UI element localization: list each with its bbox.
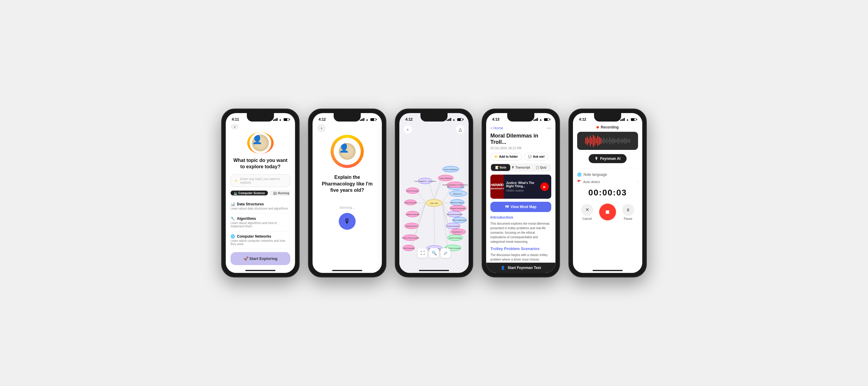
svg-text:Simply Questions to Think Abou: Simply Questions to Think About <box>442 184 468 186</box>
note-lang-label-5: 🌐 Note language <box>577 173 607 177</box>
view-mindmap-button-4[interactable]: 🗺 View Mind Map <box>490 202 551 212</box>
recording-label-5: Recording <box>601 125 618 129</box>
wifi-icon-4: ▲ <box>539 118 542 121</box>
flag-icon-5: 🚩 <box>577 180 581 184</box>
back-button-3[interactable]: ‹ <box>404 125 412 133</box>
mic-button-2[interactable]: 🎙 <box>339 213 355 230</box>
divider-5 <box>577 168 638 168</box>
svg-text:School Example: School Example <box>404 202 417 204</box>
person-icon-2: 👤 <box>339 143 349 153</box>
center-label: Topic Title <box>430 202 438 204</box>
home-indicator-1 <box>245 270 276 271</box>
doc-date-4: 23 Oct 2024, 06:21 PM <box>490 147 551 150</box>
back-button-1[interactable]: ‹ <box>230 124 239 130</box>
signal-bars-1 <box>273 118 278 121</box>
alert-button-3[interactable]: △ <box>456 125 464 133</box>
svg-line-39 <box>442 203 451 238</box>
svg-text:More Explanation: More Explanation <box>453 219 466 221</box>
star-icon-1: ✦ <box>235 179 238 183</box>
start-exploring-button[interactable]: 🚀 Start Exploring <box>230 252 290 265</box>
tab-transcript[interactable]: 🎙 Transcript <box>510 164 531 171</box>
topic-chip-cs[interactable]: 💻 Computer Science <box>230 190 268 196</box>
phone-5: 4:12 ▲ Recording <box>568 109 647 277</box>
topics-row-1: 💻 Computer Science 🏥 Nursing 📊 Busin... <box>230 190 290 196</box>
svg-text:Memory Helpers: Memory Helpers <box>451 202 464 204</box>
folder-icon: 📁 <box>494 155 498 158</box>
signal-bars-5 <box>620 118 625 121</box>
video-title-4: Justice: What's The Right Thing... <box>506 181 538 188</box>
cancel-button-5[interactable]: ✕ <box>581 204 593 216</box>
battery-icon-2 <box>370 118 376 121</box>
subject-desc-algo: Learn about algorithms and how to implem… <box>230 221 290 228</box>
svg-text:Advanced Examples: Advanced Examples <box>447 213 463 215</box>
status-time-1: 4:11 <box>232 117 239 121</box>
battery-icon-3 <box>457 118 463 121</box>
svg-text:Simple Introduction: Simple Introduction <box>451 207 466 209</box>
subject-item-algo[interactable]: 🔧 Algorithms Learn about algorithms and … <box>230 213 290 231</box>
auto-detect-row-5[interactable]: 🚩 Auto detect › <box>573 179 642 188</box>
note-lang-row-5: 🌐 Note language <box>573 173 642 177</box>
trolley-text-4: The discussion begins with a classic tro… <box>490 253 551 263</box>
pause-button-5[interactable]: ⏸ <box>622 204 634 216</box>
add-to-folder-button[interactable]: 📁 Add to folder <box>490 153 522 160</box>
cancel-label-5: Cancel <box>582 217 592 220</box>
person-icon-1: 👤 <box>252 135 262 144</box>
phone-notch-1 <box>247 113 274 121</box>
timer-display-5: 00:00:03 <box>573 188 642 198</box>
search-placeholder-1: Enter any topic you want to explore <box>240 177 286 184</box>
home-indicator-2 <box>332 270 362 271</box>
video-logo-4: HARVARD UNIVERSITY <box>490 175 504 199</box>
phone-2-screen: 4:12 ▲ ‹ <box>313 113 382 273</box>
signal-bars-4 <box>533 118 538 121</box>
svg-text:Laugh Medicine: Laugh Medicine <box>439 177 452 179</box>
feynman-test-button-4[interactable]: 👤 Start Feynman Test <box>501 266 541 270</box>
chevron-right-5: › <box>637 180 638 183</box>
phone-4: 4:13 ▲ < Home ⋯ <box>482 109 560 277</box>
tab-quiz[interactable]: 📋 Quiz <box>531 164 551 171</box>
phone4-header: < Home ⋯ <box>486 124 555 133</box>
signal-bar-2 <box>274 119 275 121</box>
three-dots-button-4[interactable]: ⋯ <box>547 125 551 131</box>
waveform-bars-5 <box>585 134 630 147</box>
note-icon: 📝 <box>495 166 499 169</box>
status-time-5: 4:12 <box>579 117 586 121</box>
feynman-ai-button-5[interactable]: 🎙 Feynman AI <box>589 154 627 163</box>
subject-item-net[interactable]: 🌐 Computer Networks Learn about computer… <box>230 231 290 249</box>
phone2-content: ‹ 👤 Explain the Pharmacology like I'm fi… <box>313 124 382 270</box>
svg-text:Memory R...: Memory R... <box>453 193 463 195</box>
topic-chip-nursing[interactable]: 🏥 Nursing <box>270 190 290 196</box>
svg-line-18 <box>429 182 434 200</box>
mindmap-icon-4: 🗺 <box>505 205 509 209</box>
zoom-out-button[interactable]: 🔎 <box>441 248 450 258</box>
search-input-box-1[interactable]: ✦ Enter any topic you want to explore <box>230 174 290 187</box>
phone-5-screen: 4:12 ▲ Recording <box>573 113 642 273</box>
tabs-row-4: 📝 Note 🎙 Transcript 📋 Quiz <box>490 164 551 172</box>
svg-text:Superhero A...: Superhero A... <box>453 231 464 233</box>
wifi-icon-1: ▲ <box>279 118 282 121</box>
subject-item-ds[interactable]: 📊 Data Structures Learn about data struc… <box>230 199 290 213</box>
status-icons-4: ▲ <box>533 118 550 121</box>
explain-text-2: Explain the Pharmacology like I'm five y… <box>317 174 377 194</box>
mindmap-container: Topic Title Home Example School Example … <box>399 136 469 270</box>
wifi-icon-2: ▲ <box>366 118 369 121</box>
back-button-2[interactable]: ‹ <box>317 124 326 132</box>
subject-icon-net: 🌐 <box>230 234 235 239</box>
ask-icon: 💬 <box>528 155 532 158</box>
expand-button[interactable]: ⛶ <box>418 248 427 258</box>
record-stop-button-5[interactable]: ⏹ <box>599 204 616 220</box>
ask-me-button[interactable]: 💬 Ask me! <box>524 153 549 160</box>
tab-note[interactable]: 📝 Note <box>491 164 510 171</box>
phone3-header: ‹ △ <box>399 124 469 136</box>
phone-4-screen: 4:13 ▲ < Home ⋯ <box>486 113 555 273</box>
signal-bar-1 <box>273 120 274 121</box>
zoom-in-button[interactable]: 🔍 <box>429 248 439 258</box>
intro-text-4: This document explores the moral dilemma… <box>490 221 551 244</box>
recording-dot-5 <box>596 126 599 128</box>
action-row-4: 📁 Add to folder 💬 Ask me! <box>490 153 551 160</box>
battery-icon-4 <box>544 118 550 121</box>
back-home-button-4[interactable]: < Home <box>490 126 503 130</box>
play-button-4[interactable]: ▶ <box>540 182 549 191</box>
signal-bar-4 <box>277 118 278 121</box>
svg-line-21 <box>434 179 440 199</box>
controls-row-5: ✕ Cancel ⏹ ⏸ Pause <box>573 204 642 225</box>
